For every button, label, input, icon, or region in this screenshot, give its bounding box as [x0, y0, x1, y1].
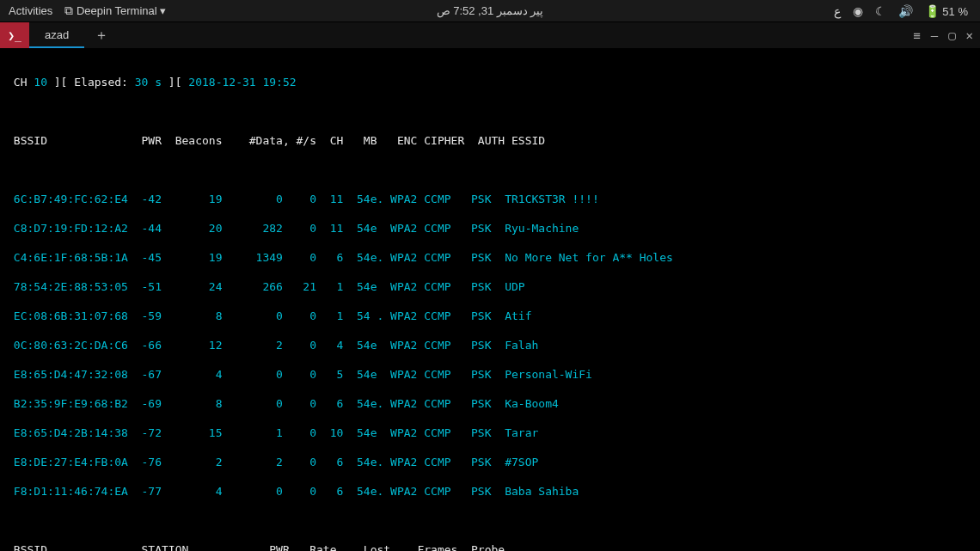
activities-button[interactable]: Activities [9, 4, 52, 17]
ap-row: F8:D1:11:46:74:EA -77 4 0 0 6 54e. WPA2 … [7, 484, 973, 499]
ap-row: E8:65:D4:47:32:08 -67 4 0 0 5 54e WPA2 C… [7, 367, 973, 382]
terminal-tab-bar: ❯_ azad ＋ ≡ — ▢ ✕ [0, 22, 980, 48]
gnome-top-bar: Activities ⧉ Deepin Terminal ▾ پیر دسمبر… [0, 0, 980, 22]
terminal-launcher-icon[interactable]: ❯_ [0, 22, 29, 48]
night-icon[interactable]: ☾ [875, 4, 886, 18]
ap-row: E8:65:D4:2B:14:38 -72 15 1 0 10 54e WPA2… [7, 425, 973, 440]
app-menu-label: Deepin Terminal ▾ [77, 4, 166, 17]
ap-row: 78:54:2E:88:53:05 -51 24 266 21 1 54e WP… [7, 279, 973, 294]
menu-button[interactable]: ≡ [913, 28, 920, 42]
battery-percent: 51 % [942, 5, 968, 18]
terminal-output[interactable]: CH 10 ][ Elapsed: 30 s ][ 2018-12-31 19:… [0, 48, 980, 551]
ap-row: E8:DE:27:E4:FB:0A -76 2 2 0 6 54e. WPA2 … [7, 455, 973, 469]
ap-row: C4:6E:1F:68:5B:1A -45 19 1349 0 6 54e. W… [7, 250, 973, 265]
ap-row: B2:35:9F:E9:68:B2 -69 8 0 0 6 54e. WPA2 … [7, 396, 973, 411]
new-tab-button[interactable]: ＋ [84, 27, 119, 45]
battery-indicator[interactable]: 🔋 51 % [925, 4, 968, 18]
language-icon[interactable]: ع [834, 4, 841, 18]
status-line: CH 10 ][ Elapsed: 30 s ][ 2018-12-31 19:… [7, 76, 297, 89]
station-table-header: BSSID STATION PWR Rate Lost Frames Probe [7, 542, 973, 551]
terminal-icon: ⧉ [64, 3, 73, 17]
ap-row: 6C:B7:49:FC:62:E4 -42 19 0 0 11 54e. WPA… [7, 192, 973, 206]
ap-row: C8:D7:19:FD:12:A2 -44 20 282 0 11 54e WP… [7, 221, 973, 236]
volume-icon[interactable]: 🔊 [898, 4, 913, 18]
ap-row: EC:08:6B:31:07:68 -59 8 0 0 1 54 . WPA2 … [7, 309, 973, 323]
battery-icon: 🔋 [925, 4, 940, 18]
tab-azad[interactable]: azad [29, 22, 84, 48]
minimize-button[interactable]: — [931, 28, 938, 42]
app-menu[interactable]: ⧉ Deepin Terminal ▾ [64, 3, 166, 18]
close-button[interactable]: ✕ [966, 28, 973, 42]
ap-row: 0C:80:63:2C:DA:C6 -66 12 2 0 4 54e WPA2 … [7, 338, 973, 352]
maximize-button[interactable]: ▢ [948, 28, 955, 42]
accessibility-icon[interactable]: ◉ [853, 4, 863, 18]
ap-table-header: BSSID PWR Beacons #Data, #/s CH MB ENC C… [7, 133, 973, 148]
clock[interactable]: پیر دسمبر 31, 7:52 ص [437, 4, 544, 17]
